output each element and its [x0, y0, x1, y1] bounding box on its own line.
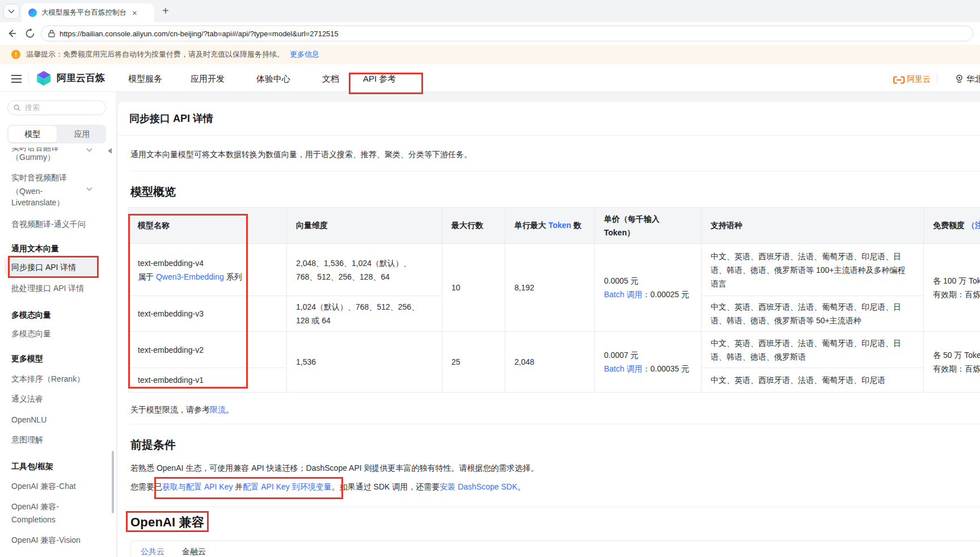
sidebar-item-livetranslate-line3[interactable]: Livetranslate）: [11, 197, 64, 208]
browser-tab[interactable]: 大模型服务平台百炼控制台 ×: [22, 3, 154, 22]
section-prerequisites: 前提条件: [130, 437, 176, 453]
rate-limit-link[interactable]: 限流: [210, 405, 226, 414]
table-row-v2: text-embedding-v2 1,536 25 2,048 0.0007 …: [129, 332, 980, 368]
page: 大模型服务平台百炼控制台 × + https://bailian.console…: [0, 0, 980, 557]
tab-finance-cloud[interactable]: 金融云: [182, 547, 206, 557]
aliyun-logo: [893, 76, 905, 84]
aliyun-label[interactable]: 阿里云: [907, 74, 931, 85]
region-label[interactable]: 华北: [966, 74, 980, 85]
refresh-icon[interactable]: [25, 28, 35, 39]
cell-dims-v3: 1,024（默认）、768、512、256、128 或 64: [287, 296, 442, 332]
chevron-down-icon[interactable]: [86, 187, 92, 191]
sidebar-collapse-icon[interactable]: [108, 148, 112, 154]
nav-item-experience[interactable]: 体验中心: [256, 74, 290, 85]
sidebar-item-batch-api[interactable]: 批处理接口 API 详情: [11, 282, 84, 294]
tab-app[interactable]: 应用: [58, 129, 106, 140]
nav-item-model-service[interactable]: 模型服务: [128, 74, 162, 85]
cell-langs-v2: 中文、英语、西班牙语、法语、葡萄牙语、印尼语、日语、韩语、德语、俄罗斯语: [702, 332, 924, 368]
cell-langs-v4: 中文、英语、西班牙语、法语、葡萄牙语、印尼语、日语、韩语、德语、俄罗斯语等 10…: [702, 244, 924, 296]
sidebar-header-multimodal: 多模态向量: [11, 309, 51, 320]
nav-item-app-dev[interactable]: 应用开发: [191, 74, 225, 85]
annotation-box-api-reference: [349, 73, 423, 94]
sidebar-item-farui[interactable]: 通义法睿: [11, 393, 43, 404]
cell-maxrows-v4v3: 10: [442, 244, 505, 332]
sidebar-item-rerank[interactable]: 文本排序（Rerank）: [11, 373, 85, 385]
sidebar-item-openai-completions-line2[interactable]: Completions: [11, 514, 56, 525]
tab-model[interactable]: 模型: [7, 129, 58, 140]
cell-tokens-v2v1: 2,048: [505, 332, 595, 393]
cell-langs-v3: 中文、英语、西班牙语、法语、葡萄牙语、印尼语、日语、韩语、德语、俄罗斯语等 50…: [702, 296, 924, 332]
sidebar-item-openai-vision[interactable]: OpenAI 兼容-Vision: [11, 534, 81, 546]
divider: [130, 507, 980, 507]
sidebar-header-toolkit: 工具包/框架: [11, 461, 53, 472]
search-placeholder: 搜索: [25, 103, 40, 113]
prereq-paragraph-1: 若熟悉 OpenAI 生态，可使用兼容 API 快速迁移；DashScope A…: [130, 463, 539, 474]
col-max-token: 单行最大 Token 数: [505, 208, 595, 244]
install-sdk-link[interactable]: 安装 DashScope SDK: [440, 482, 517, 491]
chevron-down-icon[interactable]: [86, 148, 92, 152]
sidebar-scrollbar[interactable]: [112, 451, 114, 513]
token-link[interactable]: Token: [548, 221, 571, 230]
warning-more-link[interactable]: 更多信息: [290, 49, 319, 60]
cell-maxrows-v2v1: 25: [442, 332, 505, 393]
sidebar-item-multimodal[interactable]: 多模态向量: [11, 328, 51, 339]
col-free-quota: 免费额度 （注: [924, 208, 980, 244]
table-row-v4: text-embedding-v4 属于 Qwen3-Embedding 系列 …: [129, 244, 980, 296]
note-link[interactable]: （注: [967, 221, 980, 230]
annotation-box-model-name-column: [128, 214, 248, 389]
url-text: https://bailian.console.aliyun.com/cn-be…: [60, 29, 339, 38]
nav-item-docs[interactable]: 文档: [322, 74, 339, 85]
sidebar-item-gummy-line2[interactable]: （Gummy）: [11, 151, 55, 163]
cell-tokens-v4v3: 8,192: [505, 244, 595, 332]
cell-dims-v4: 2,048、1,536、1,024（默认）、768、512、256、128、64: [287, 244, 442, 296]
divider: [130, 424, 980, 424]
sidebar-item-livetranslate-line2[interactable]: （Qwen-: [11, 185, 43, 197]
intro-text: 通用文本向量模型可将文本数据转换为数值向量，用于语义搜索、推荐、聚类、分类等下游…: [130, 150, 472, 160]
cell-free-v2v1: 各 50 万 Toke有效期：百炼: [924, 332, 980, 393]
table-header-row: 模型名称 向量维度 最大行数 单行最大 Token 数 单价（每千输入Token…: [129, 208, 980, 244]
batch-call-link[interactable]: Batch 调用: [604, 290, 643, 299]
col-langs: 支持语种: [702, 208, 924, 244]
tab-title: 大模型服务平台百炼控制台: [41, 8, 126, 18]
tab-close-icon[interactable]: ×: [132, 9, 137, 17]
sidebar-item-opennlu[interactable]: OpenNLU: [11, 414, 47, 425]
rate-limit-note: 关于模型限流，请参考限流。: [130, 405, 234, 415]
divider: [130, 171, 980, 171]
warning-icon: !: [11, 50, 20, 59]
hamburger-menu-icon[interactable]: [11, 75, 22, 83]
sidebar-item-intent[interactable]: 意图理解: [11, 434, 43, 445]
divider: [118, 135, 980, 136]
section-model-overview: 模型概览: [130, 184, 176, 200]
sidebar-item-openai-chat[interactable]: OpenAI 兼容-Chat: [11, 480, 76, 492]
search-input[interactable]: 搜索: [7, 100, 106, 115]
sidebar-header-text-embedding: 通用文本向量: [11, 243, 59, 254]
col-max-rows: 最大行数: [442, 208, 505, 244]
url-bar[interactable]: https://bailian.console.aliyun.com/cn-be…: [41, 26, 973, 41]
sidebar-item-av-translate[interactable]: 音视频翻译-通义千问: [11, 218, 86, 230]
region-pin-icon: [955, 74, 964, 83]
new-tab-button[interactable]: +: [162, 5, 169, 18]
col-price: 单价（每千输入Token）: [595, 208, 702, 244]
tab-public-cloud[interactable]: 公共云: [141, 547, 164, 557]
annotation-box-api-key: [154, 477, 343, 499]
sidebar-item-openai-completions[interactable]: OpenAI 兼容-: [11, 501, 59, 512]
brand-title: 阿里云百炼: [57, 71, 105, 85]
favicon: [28, 9, 37, 17]
annotation-box-sync-api: [8, 256, 99, 278]
cell-dims-v2v1: 1,536: [287, 332, 442, 393]
batch-call-link[interactable]: Batch 调用: [604, 364, 643, 373]
tab-search-chevron-button[interactable]: [3, 4, 19, 19]
code-tabs-box: 公共云 金融云: [130, 541, 980, 557]
warning-text: 温馨提示：免费额度用完后将自动转为按量付费，请及时充值以保障服务持续。: [26, 49, 284, 60]
warning-bar: ! 温馨提示：免费额度用完后将自动转为按量付费，请及时充值以保障服务持续。 更多…: [0, 45, 980, 64]
cell-langs-v1: 中文、英语、西班牙语、法语、葡萄牙语、印尼语: [702, 368, 924, 393]
cell-free-v4v3: 各 100 万 Tok有效期：百炼: [924, 244, 980, 332]
nav-divider: [28, 72, 29, 83]
bailian-logo: [35, 70, 52, 87]
sidebar-header-more-models: 更多模型: [11, 353, 43, 364]
model-table: 模型名称 向量维度 最大行数 单行最大 Token 数 单价（每千输入Token…: [128, 207, 980, 393]
cell-price-v2v1: 0.0007 元 Batch 调用：0.00035 元: [595, 332, 702, 393]
lock-icon: [48, 29, 55, 37]
back-icon[interactable]: [7, 28, 17, 39]
sidebar-item-livetranslate[interactable]: 实时音视频翻译: [11, 172, 67, 183]
